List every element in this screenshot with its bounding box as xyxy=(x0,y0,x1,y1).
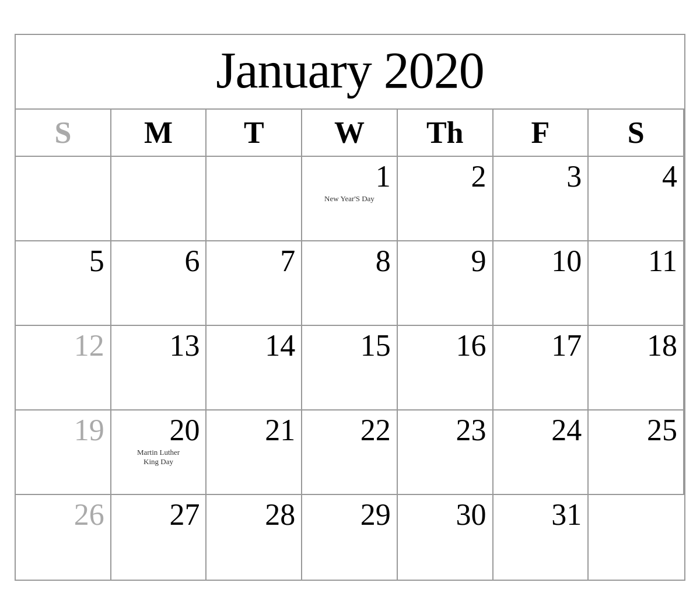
day-cell-26: 26 xyxy=(16,495,111,580)
day-event: New Year'S Day xyxy=(308,194,391,204)
day-cell-31: 31 xyxy=(494,495,589,580)
day-number: 31 xyxy=(499,500,582,530)
calendar-grid: S M T W Th F S 1 New Year'S Day 2 3 4 5 … xyxy=(16,110,684,580)
day-number: 16 xyxy=(404,331,487,361)
day-cell-8: 8 xyxy=(302,241,398,326)
calendar: January 2020 S M T W Th F S 1 New Year'S… xyxy=(15,34,685,581)
header-wednesday: W xyxy=(302,110,398,157)
day-number: 8 xyxy=(308,246,391,276)
day-number: 5 xyxy=(22,246,104,276)
day-number: 25 xyxy=(594,415,677,445)
day-cell-4: 4 xyxy=(589,157,684,241)
day-cell-23: 23 xyxy=(398,410,494,495)
day-number: 12 xyxy=(22,331,104,361)
day-cell-empty-end xyxy=(589,495,684,580)
day-cell-29: 29 xyxy=(302,495,398,580)
day-number: 19 xyxy=(22,415,104,445)
day-number: 30 xyxy=(404,500,487,530)
day-cell-9: 9 xyxy=(398,241,494,326)
day-number: 13 xyxy=(117,331,200,361)
day-number: 27 xyxy=(117,500,200,530)
day-cell-24: 24 xyxy=(494,410,589,495)
header-tuesday: T xyxy=(206,110,302,157)
day-cell-27: 27 xyxy=(111,495,207,580)
day-cell xyxy=(111,157,207,241)
day-number: 4 xyxy=(594,162,677,192)
day-cell xyxy=(206,157,302,241)
day-cell-1: 1 New Year'S Day xyxy=(302,157,398,241)
day-number: 11 xyxy=(594,246,677,276)
day-cell-6: 6 xyxy=(111,241,207,326)
day-number: 9 xyxy=(404,246,487,276)
day-cell-7: 7 xyxy=(206,241,302,326)
day-number: 14 xyxy=(212,331,295,361)
header-sunday: S xyxy=(16,110,111,157)
day-cell-16: 16 xyxy=(398,326,494,410)
day-number: 10 xyxy=(499,246,582,276)
day-cell-11: 11 xyxy=(589,241,684,326)
header-saturday: S xyxy=(589,110,684,157)
day-number: 2 xyxy=(404,162,487,192)
day-cell-3: 3 xyxy=(494,157,589,241)
day-number: 26 xyxy=(22,500,104,530)
day-cell-18: 18 xyxy=(589,326,684,410)
day-cell-15: 15 xyxy=(302,326,398,410)
day-cell-2: 2 xyxy=(398,157,494,241)
day-number: 17 xyxy=(499,331,582,361)
day-cell-25: 25 xyxy=(589,410,684,495)
calendar-title: January 2020 xyxy=(16,35,684,110)
day-number: 20 xyxy=(117,415,200,445)
day-cell-12: 12 xyxy=(16,326,111,410)
day-number: 21 xyxy=(212,415,295,445)
day-number: 29 xyxy=(308,500,391,530)
day-cell-5: 5 xyxy=(16,241,111,326)
day-cell-19: 19 xyxy=(16,410,111,495)
day-cell-21: 21 xyxy=(206,410,302,495)
day-number: 23 xyxy=(404,415,487,445)
day-number: 1 xyxy=(308,162,391,192)
day-number: 22 xyxy=(308,415,391,445)
day-number: 24 xyxy=(499,415,582,445)
day-number: 28 xyxy=(212,500,295,530)
day-cell-20: 20 Martin LutherKing Day xyxy=(111,410,207,495)
day-cell-14: 14 xyxy=(206,326,302,410)
day-cell-13: 13 xyxy=(111,326,207,410)
day-cell-28: 28 xyxy=(206,495,302,580)
day-cell xyxy=(16,157,111,241)
day-number: 18 xyxy=(594,331,677,361)
day-cell-30: 30 xyxy=(398,495,494,580)
header-friday: F xyxy=(494,110,589,157)
header-thursday: Th xyxy=(398,110,494,157)
day-cell-17: 17 xyxy=(494,326,589,410)
day-event-mlk: Martin LutherKing Day xyxy=(117,448,200,468)
day-cell-10: 10 xyxy=(494,241,589,326)
day-number: 3 xyxy=(499,162,582,192)
day-cell-22: 22 xyxy=(302,410,398,495)
day-number: 7 xyxy=(212,246,295,276)
day-number: 15 xyxy=(308,331,391,361)
header-monday: M xyxy=(111,110,207,157)
day-number: 6 xyxy=(117,246,200,276)
